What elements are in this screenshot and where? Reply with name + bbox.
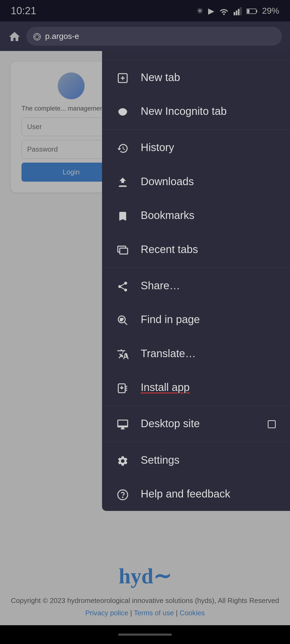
svg-point-31 bbox=[122, 497, 123, 497]
home-button[interactable] bbox=[8, 29, 21, 43]
help-feedback-label: Help and feedback bbox=[141, 488, 277, 500]
menu-item-help-feedback[interactable]: Help and feedback bbox=[102, 477, 290, 511]
recent-tabs-icon bbox=[115, 243, 130, 256]
desktop-site-checkbox[interactable] bbox=[267, 418, 277, 429]
new-tab-icon bbox=[115, 71, 130, 84]
svg-rect-23 bbox=[120, 320, 122, 321]
svg-point-15 bbox=[120, 111, 122, 113]
menu-item-recent-tabs[interactable]: Recent tabs bbox=[102, 232, 290, 266]
dropdown-menu: New tabNew Incognito tabHistoryDownloads… bbox=[102, 27, 290, 511]
menu-item-new-incognito-tab[interactable]: New Incognito tab bbox=[102, 94, 290, 128]
history-label: History bbox=[141, 141, 277, 153]
menu-divider bbox=[102, 129, 290, 130]
bookmarks-label: Bookmarks bbox=[141, 209, 277, 221]
menu-divider bbox=[102, 442, 290, 442]
history-icon bbox=[115, 141, 130, 154]
new-incognito-tab-icon bbox=[115, 104, 130, 118]
menu-divider bbox=[102, 267, 290, 268]
desktop-site-label: Desktop site bbox=[141, 418, 256, 430]
url-bar[interactable]: p.argos-e bbox=[26, 27, 282, 46]
menu-item-bookmarks[interactable]: Bookmarks bbox=[102, 199, 290, 232]
install-app-label: Install app bbox=[141, 381, 277, 393]
menu-item-find-in-page[interactable]: Find in page bbox=[102, 303, 290, 336]
find-in-page-icon bbox=[115, 313, 130, 326]
svg-rect-29 bbox=[268, 421, 276, 428]
settings-icon bbox=[115, 453, 130, 467]
bookmarks-icon bbox=[115, 209, 130, 222]
settings-label: Settings bbox=[141, 454, 277, 466]
svg-rect-19 bbox=[120, 248, 128, 254]
menu-item-share[interactable]: Share… bbox=[102, 269, 290, 302]
svg-rect-22 bbox=[120, 319, 123, 320]
menu-item-settings[interactable]: Settings bbox=[102, 443, 290, 477]
find-in-page-label: Find in page bbox=[141, 313, 277, 325]
menu-item-history[interactable]: History bbox=[102, 131, 290, 164]
menu-item-install-app[interactable]: Install app bbox=[102, 370, 290, 404]
downloads-icon bbox=[115, 175, 130, 188]
help-feedback-icon bbox=[115, 487, 130, 501]
downloads-label: Downloads bbox=[141, 175, 277, 188]
new-tab-label: New tab bbox=[141, 71, 277, 83]
menu-item-downloads[interactable]: Downloads bbox=[102, 164, 290, 198]
recent-tabs-label: Recent tabs bbox=[141, 243, 277, 255]
svg-line-21 bbox=[124, 322, 127, 325]
menu-items: New tabNew Incognito tabHistoryDownloads… bbox=[102, 60, 290, 511]
browser-bar: p.argos-e bbox=[0, 21, 290, 51]
svg-rect-17 bbox=[119, 186, 126, 187]
secure-icon bbox=[33, 31, 41, 41]
install-app-icon bbox=[115, 380, 130, 394]
translate-label: Translate… bbox=[141, 347, 277, 360]
desktop-site-icon bbox=[115, 417, 130, 430]
menu-item-translate[interactable]: Translate… bbox=[102, 336, 290, 370]
new-incognito-tab-label: New Incognito tab bbox=[141, 105, 277, 117]
translate-icon bbox=[115, 347, 130, 360]
svg-point-16 bbox=[124, 111, 125, 113]
menu-divider bbox=[102, 405, 290, 406]
menu-item-new-tab[interactable]: New tab bbox=[102, 60, 290, 94]
share-icon bbox=[115, 279, 130, 292]
menu-item-desktop-site[interactable]: Desktop site bbox=[102, 407, 290, 441]
share-label: Share… bbox=[141, 280, 277, 292]
url-text: p.argos-e bbox=[45, 32, 275, 41]
